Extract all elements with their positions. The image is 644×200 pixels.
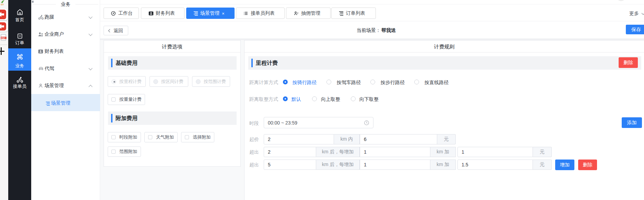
svg-text:PDF: PDF [1,37,5,39]
svg-text:go: go [1,3,4,5]
